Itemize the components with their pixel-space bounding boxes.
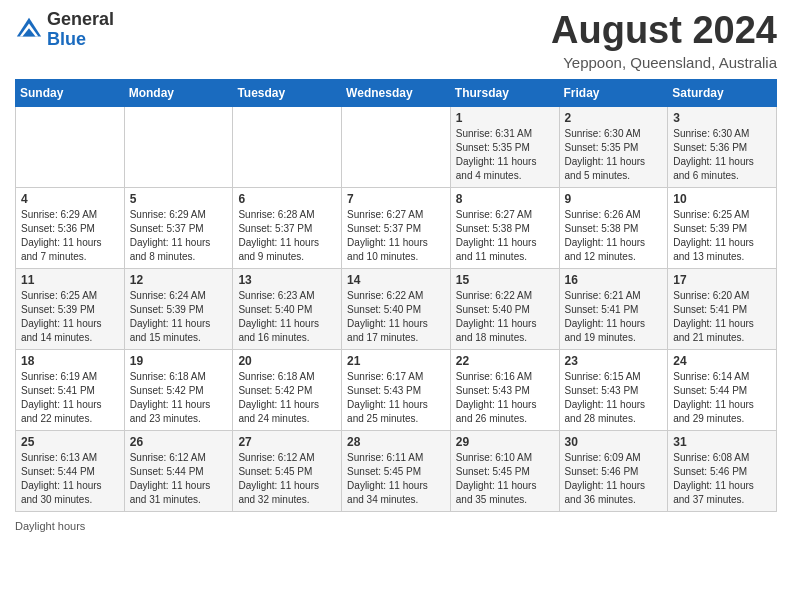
- day-info: Sunrise: 6:31 AM Sunset: 5:35 PM Dayligh…: [456, 127, 554, 183]
- calendar-week-5: 25Sunrise: 6:13 AM Sunset: 5:44 PM Dayli…: [16, 430, 777, 511]
- calendar-cell: 25Sunrise: 6:13 AM Sunset: 5:44 PM Dayli…: [16, 430, 125, 511]
- calendar-cell: 1Sunrise: 6:31 AM Sunset: 5:35 PM Daylig…: [450, 106, 559, 187]
- day-info: Sunrise: 6:30 AM Sunset: 5:35 PM Dayligh…: [565, 127, 663, 183]
- day-number: 30: [565, 435, 663, 449]
- day-number: 31: [673, 435, 771, 449]
- logo-general: General: [47, 9, 114, 29]
- month-title: August 2024: [551, 10, 777, 52]
- title-block: August 2024 Yeppoon, Queensland, Austral…: [551, 10, 777, 71]
- day-number: 29: [456, 435, 554, 449]
- day-info: Sunrise: 6:10 AM Sunset: 5:45 PM Dayligh…: [456, 451, 554, 507]
- day-info: Sunrise: 6:14 AM Sunset: 5:44 PM Dayligh…: [673, 370, 771, 426]
- calendar-cell: 23Sunrise: 6:15 AM Sunset: 5:43 PM Dayli…: [559, 349, 668, 430]
- calendar-week-3: 11Sunrise: 6:25 AM Sunset: 5:39 PM Dayli…: [16, 268, 777, 349]
- calendar-cell: 7Sunrise: 6:27 AM Sunset: 5:37 PM Daylig…: [342, 187, 451, 268]
- calendar-cell: 26Sunrise: 6:12 AM Sunset: 5:44 PM Dayli…: [124, 430, 233, 511]
- day-number: 11: [21, 273, 119, 287]
- calendar-cell: 18Sunrise: 6:19 AM Sunset: 5:41 PM Dayli…: [16, 349, 125, 430]
- day-number: 8: [456, 192, 554, 206]
- col-header-tuesday: Tuesday: [233, 79, 342, 106]
- calendar-cell: 13Sunrise: 6:23 AM Sunset: 5:40 PM Dayli…: [233, 268, 342, 349]
- day-number: 17: [673, 273, 771, 287]
- calendar-cell: [16, 106, 125, 187]
- day-info: Sunrise: 6:18 AM Sunset: 5:42 PM Dayligh…: [130, 370, 228, 426]
- logo-text: General Blue: [47, 10, 114, 50]
- day-info: Sunrise: 6:09 AM Sunset: 5:46 PM Dayligh…: [565, 451, 663, 507]
- day-number: 24: [673, 354, 771, 368]
- calendar-cell: 28Sunrise: 6:11 AM Sunset: 5:45 PM Dayli…: [342, 430, 451, 511]
- calendar-cell: 8Sunrise: 6:27 AM Sunset: 5:38 PM Daylig…: [450, 187, 559, 268]
- col-header-wednesday: Wednesday: [342, 79, 451, 106]
- day-info: Sunrise: 6:08 AM Sunset: 5:46 PM Dayligh…: [673, 451, 771, 507]
- calendar-cell: 29Sunrise: 6:10 AM Sunset: 5:45 PM Dayli…: [450, 430, 559, 511]
- calendar-cell: 22Sunrise: 6:16 AM Sunset: 5:43 PM Dayli…: [450, 349, 559, 430]
- calendar-cell: 24Sunrise: 6:14 AM Sunset: 5:44 PM Dayli…: [668, 349, 777, 430]
- calendar-cell: 10Sunrise: 6:25 AM Sunset: 5:39 PM Dayli…: [668, 187, 777, 268]
- day-number: 18: [21, 354, 119, 368]
- day-info: Sunrise: 6:30 AM Sunset: 5:36 PM Dayligh…: [673, 127, 771, 183]
- col-header-monday: Monday: [124, 79, 233, 106]
- location-subtitle: Yeppoon, Queensland, Australia: [551, 54, 777, 71]
- day-number: 14: [347, 273, 445, 287]
- calendar-cell: 20Sunrise: 6:18 AM Sunset: 5:42 PM Dayli…: [233, 349, 342, 430]
- calendar-cell: 6Sunrise: 6:28 AM Sunset: 5:37 PM Daylig…: [233, 187, 342, 268]
- calendar-cell: 4Sunrise: 6:29 AM Sunset: 5:36 PM Daylig…: [16, 187, 125, 268]
- day-number: 16: [565, 273, 663, 287]
- day-number: 23: [565, 354, 663, 368]
- logo-icon: [15, 16, 43, 44]
- day-number: 2: [565, 111, 663, 125]
- col-header-friday: Friday: [559, 79, 668, 106]
- day-info: Sunrise: 6:23 AM Sunset: 5:40 PM Dayligh…: [238, 289, 336, 345]
- day-number: 22: [456, 354, 554, 368]
- day-number: 15: [456, 273, 554, 287]
- calendar-cell: 16Sunrise: 6:21 AM Sunset: 5:41 PM Dayli…: [559, 268, 668, 349]
- day-info: Sunrise: 6:29 AM Sunset: 5:37 PM Dayligh…: [130, 208, 228, 264]
- calendar-week-2: 4Sunrise: 6:29 AM Sunset: 5:36 PM Daylig…: [16, 187, 777, 268]
- day-info: Sunrise: 6:21 AM Sunset: 5:41 PM Dayligh…: [565, 289, 663, 345]
- day-number: 26: [130, 435, 228, 449]
- calendar-cell: 31Sunrise: 6:08 AM Sunset: 5:46 PM Dayli…: [668, 430, 777, 511]
- day-info: Sunrise: 6:16 AM Sunset: 5:43 PM Dayligh…: [456, 370, 554, 426]
- page-header: General Blue August 2024 Yeppoon, Queens…: [15, 10, 777, 71]
- calendar-cell: 15Sunrise: 6:22 AM Sunset: 5:40 PM Dayli…: [450, 268, 559, 349]
- day-info: Sunrise: 6:28 AM Sunset: 5:37 PM Dayligh…: [238, 208, 336, 264]
- day-number: 9: [565, 192, 663, 206]
- calendar-cell: [233, 106, 342, 187]
- calendar-cell: [342, 106, 451, 187]
- calendar-cell: 5Sunrise: 6:29 AM Sunset: 5:37 PM Daylig…: [124, 187, 233, 268]
- day-info: Sunrise: 6:15 AM Sunset: 5:43 PM Dayligh…: [565, 370, 663, 426]
- day-number: 28: [347, 435, 445, 449]
- calendar-week-1: 1Sunrise: 6:31 AM Sunset: 5:35 PM Daylig…: [16, 106, 777, 187]
- day-info: Sunrise: 6:17 AM Sunset: 5:43 PM Dayligh…: [347, 370, 445, 426]
- day-number: 3: [673, 111, 771, 125]
- day-info: Sunrise: 6:22 AM Sunset: 5:40 PM Dayligh…: [347, 289, 445, 345]
- col-header-saturday: Saturday: [668, 79, 777, 106]
- calendar-cell: 14Sunrise: 6:22 AM Sunset: 5:40 PM Dayli…: [342, 268, 451, 349]
- calendar-week-4: 18Sunrise: 6:19 AM Sunset: 5:41 PM Dayli…: [16, 349, 777, 430]
- daylight-hours-label: Daylight hours: [15, 520, 85, 532]
- day-info: Sunrise: 6:29 AM Sunset: 5:36 PM Dayligh…: [21, 208, 119, 264]
- day-number: 5: [130, 192, 228, 206]
- day-number: 25: [21, 435, 119, 449]
- day-info: Sunrise: 6:22 AM Sunset: 5:40 PM Dayligh…: [456, 289, 554, 345]
- calendar-cell: 27Sunrise: 6:12 AM Sunset: 5:45 PM Dayli…: [233, 430, 342, 511]
- day-info: Sunrise: 6:19 AM Sunset: 5:41 PM Dayligh…: [21, 370, 119, 426]
- calendar-cell: 17Sunrise: 6:20 AM Sunset: 5:41 PM Dayli…: [668, 268, 777, 349]
- day-number: 6: [238, 192, 336, 206]
- day-info: Sunrise: 6:13 AM Sunset: 5:44 PM Dayligh…: [21, 451, 119, 507]
- col-header-sunday: Sunday: [16, 79, 125, 106]
- col-header-thursday: Thursday: [450, 79, 559, 106]
- day-number: 4: [21, 192, 119, 206]
- day-info: Sunrise: 6:18 AM Sunset: 5:42 PM Dayligh…: [238, 370, 336, 426]
- legend: Daylight hours: [15, 520, 777, 532]
- day-info: Sunrise: 6:11 AM Sunset: 5:45 PM Dayligh…: [347, 451, 445, 507]
- calendar-cell: 2Sunrise: 6:30 AM Sunset: 5:35 PM Daylig…: [559, 106, 668, 187]
- day-number: 10: [673, 192, 771, 206]
- day-info: Sunrise: 6:12 AM Sunset: 5:44 PM Dayligh…: [130, 451, 228, 507]
- day-info: Sunrise: 6:24 AM Sunset: 5:39 PM Dayligh…: [130, 289, 228, 345]
- day-info: Sunrise: 6:12 AM Sunset: 5:45 PM Dayligh…: [238, 451, 336, 507]
- day-info: Sunrise: 6:25 AM Sunset: 5:39 PM Dayligh…: [21, 289, 119, 345]
- day-number: 7: [347, 192, 445, 206]
- day-info: Sunrise: 6:26 AM Sunset: 5:38 PM Dayligh…: [565, 208, 663, 264]
- day-info: Sunrise: 6:20 AM Sunset: 5:41 PM Dayligh…: [673, 289, 771, 345]
